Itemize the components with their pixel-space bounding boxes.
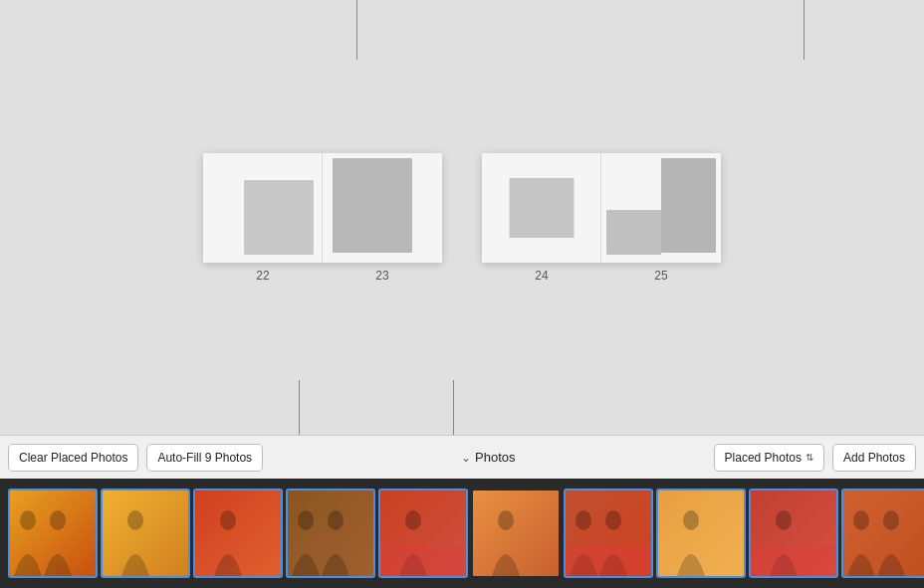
page-25[interactable] (601, 153, 721, 263)
placed-photos-select-label: Placed Photos (725, 451, 802, 465)
page-number-23: 23 (323, 269, 442, 283)
page-24-placeholder (509, 178, 574, 238)
svg-rect-5 (195, 490, 281, 576)
page-22[interactable] (203, 153, 323, 263)
page-25-placeholder-bot (606, 210, 661, 255)
book-spread-1: 22 23 (203, 153, 442, 283)
photo-thumb-4[interactable] (286, 489, 375, 578)
connector-line-bottom-center (453, 380, 454, 435)
svg-point-9 (328, 510, 344, 530)
page-number-25: 25 (601, 269, 721, 283)
add-photos-button[interactable]: Add Photos (832, 444, 916, 472)
photo-thumb-2[interactable] (101, 489, 190, 578)
photo-thumb-9[interactable] (749, 489, 838, 578)
toolbar-right: Placed Photos ⇅ Add Photos (714, 444, 916, 472)
svg-point-2 (50, 510, 66, 530)
photo-thumb-10[interactable] (841, 489, 924, 578)
page-25-placeholder-top (661, 158, 716, 253)
photo-thumb-5[interactable] (378, 489, 468, 578)
svg-rect-18 (566, 545, 651, 576)
chevron-updown-icon: ⇅ (806, 452, 813, 463)
svg-point-14 (498, 510, 514, 530)
toolbar-center: ⌄ Photos (271, 450, 705, 465)
svg-point-25 (853, 510, 869, 530)
photo-thumb-8[interactable] (656, 489, 746, 578)
svg-point-11 (405, 510, 421, 530)
photo-strip (0, 479, 924, 588)
spread-pages-1 (203, 153, 442, 263)
photo-thumb-1[interactable] (8, 489, 98, 578)
svg-rect-13 (473, 490, 559, 576)
svg-point-4 (127, 510, 143, 530)
photos-label: Photos (475, 450, 515, 465)
clear-placed-photos-button[interactable]: Clear Placed Photos (8, 444, 138, 472)
connector-line-top-right (804, 0, 805, 60)
page-22-placeholder (244, 180, 314, 255)
page-24[interactable] (482, 153, 601, 263)
book-spread-2: 24 25 (482, 153, 721, 283)
page-number-22: 22 (203, 269, 323, 283)
svg-point-1 (20, 510, 36, 530)
page-23[interactable] (323, 153, 442, 263)
svg-rect-19 (658, 490, 744, 576)
chevron-down-icon[interactable]: ⌄ (461, 451, 471, 465)
page-number-24: 24 (482, 269, 601, 283)
toolbar: Clear Placed Photos Auto-Fill 9 Photos ⌄… (0, 435, 924, 479)
svg-point-26 (883, 510, 899, 530)
spread-pages-2 (482, 153, 721, 263)
svg-rect-12 (380, 545, 466, 576)
placed-photos-select[interactable]: Placed Photos ⇅ (714, 444, 824, 472)
svg-rect-23 (751, 545, 836, 576)
svg-rect-3 (103, 490, 188, 576)
svg-point-8 (298, 510, 314, 530)
connector-line-bottom-left (299, 380, 300, 435)
svg-point-20 (683, 510, 699, 530)
page-23-placeholder (333, 158, 412, 253)
svg-point-6 (220, 510, 236, 530)
page-number-row-1: 22 23 (203, 269, 442, 283)
photo-thumb-7[interactable] (564, 489, 653, 578)
photo-thumb-3[interactable] (193, 489, 283, 578)
svg-point-22 (776, 510, 792, 530)
page-number-row-2: 24 25 (482, 269, 721, 283)
svg-point-17 (605, 510, 621, 530)
svg-point-16 (576, 510, 591, 530)
photo-thumb-6[interactable] (471, 489, 561, 578)
connector-line-top-left (356, 0, 357, 60)
canvas-area: 22 23 24 25 (0, 0, 924, 435)
autofill-photos-button[interactable]: Auto-Fill 9 Photos (146, 444, 263, 472)
